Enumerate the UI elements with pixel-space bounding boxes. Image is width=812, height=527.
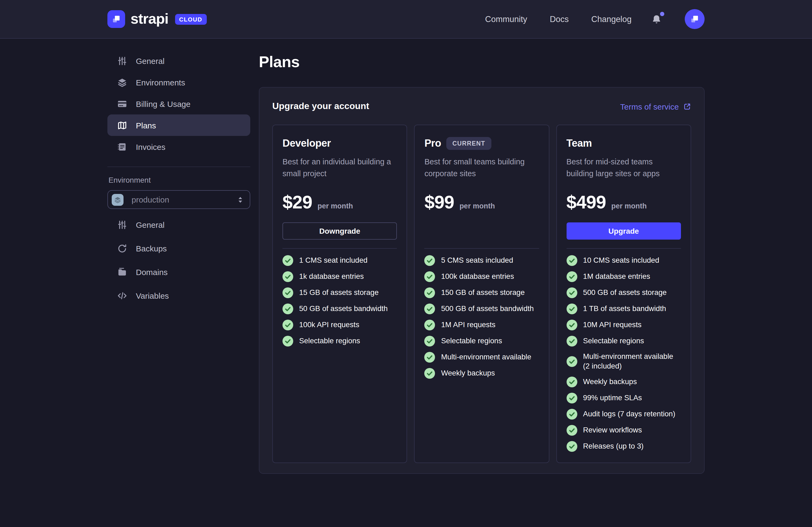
environment-nav: General Backups Domains Variables [107,214,250,306]
feature-item: 1 TB of assets bandwidth [566,303,681,314]
check-icon [566,409,577,419]
strapi-cloud-logo[interactable]: strapi CLOUD [107,10,206,28]
check-icon [566,425,577,436]
strapi-avatar-icon [689,13,700,25]
layers-icon [117,77,127,87]
plan-divider [424,248,539,249]
sidebar-item-invoices[interactable]: Invoices [107,136,250,157]
page-title: Plans [259,53,705,71]
check-icon [424,352,435,362]
chevron-updown-icon [237,195,243,204]
plan-name: Developer [282,137,331,149]
environment-label: Environment [108,176,250,184]
nav-changelog[interactable]: Changelog [591,14,632,24]
sidebar-item-variables[interactable]: Variables [107,285,250,306]
environment-select[interactable]: production [107,190,250,209]
layers-icon [112,194,124,205]
feature-list: 1 CMS seat included 1k database entries … [282,255,397,346]
feature-item: 100k database entries [424,271,539,282]
feature-item: Weekly backups [566,376,681,387]
feature-item: 100k API requests [282,319,397,330]
plan-period: per month [317,202,353,210]
check-icon [424,255,435,266]
credit-card-icon [117,99,127,109]
feature-item: 1M database entries [566,271,681,282]
notification-dot [660,12,664,16]
plan-card-team: Team Best for mid-sized teams building l… [556,125,691,463]
check-icon [566,376,577,387]
feature-item: 1M API requests [424,319,539,330]
plan-period: per month [611,202,647,210]
sidebar-item-backups[interactable]: Backups [107,238,250,259]
plan-price: $29 [282,192,312,213]
feature-item: 50 GB of assets bandwidth [282,303,397,314]
sidebar-item-plans[interactable]: Plans [107,114,250,136]
logo-text: strapi [130,11,168,27]
feature-list: 5 CMS seats included 100k database entri… [424,255,539,379]
environment-select-value: production [132,195,237,204]
feature-item: Audit logs (7 days retention) [566,409,681,419]
check-icon [566,303,577,314]
folder-icon [117,267,127,277]
check-icon [282,303,293,314]
plan-divider [282,248,397,249]
plan-card-developer: Developer Best for an individual buildin… [272,125,407,463]
feature-item: 150 GB of assets storage [424,287,539,298]
feature-item: 10 CMS seats included [566,255,681,266]
notifications-button[interactable] [651,13,662,25]
check-icon [282,336,293,346]
plan-description: Best for mid-sized teams building large … [566,156,681,180]
feature-item: 99% uptime SLAs [566,393,681,403]
feature-item: 500 GB of assets bandwidth [424,303,539,314]
feature-item: 15 GB of assets storage [282,287,397,298]
invoice-icon [117,142,127,152]
sliders-icon [117,56,127,66]
check-icon [566,336,577,346]
plan-name: Team [566,137,592,149]
feature-item: Multi-environment available (2 included) [566,352,681,371]
feature-item: Multi-environment available [424,352,539,362]
sliders-icon [117,219,127,230]
plans-grid: Developer Best for an individual buildin… [272,125,691,463]
code-icon [117,290,127,301]
nav-community[interactable]: Community [485,14,527,24]
sidebar-item-domains[interactable]: Domains [107,261,250,283]
card-title: Upgrade your account [272,101,369,112]
sidebar-item-environments[interactable]: Environments [107,71,250,93]
check-icon [424,271,435,282]
plan-divider [566,248,681,249]
avatar[interactable] [685,9,705,29]
check-icon [424,336,435,346]
feature-item: Selectable regions [282,336,397,346]
action-placeholder [424,223,539,240]
check-icon [282,319,293,330]
nav-docs[interactable]: Docs [550,14,569,24]
sidebar-item-env-general[interactable]: General [107,214,250,235]
feature-list: 10 CMS seats included 1M database entrie… [566,255,681,452]
plan-price: $499 [566,192,606,213]
plan-price: $99 [424,192,454,213]
downgrade-button[interactable]: Downgrade [282,223,397,240]
plan-price-row: $99 per month [424,192,539,213]
book-icon [117,120,127,130]
external-link-icon [683,102,691,110]
app-root: strapi CLOUD Community Docs Changelog [0,0,812,527]
check-icon [424,319,435,330]
feature-item: Releases (up to 3) [566,441,681,452]
plan-period: per month [460,202,495,210]
feature-item: Selectable regions [424,336,539,346]
check-icon [566,319,577,330]
check-icon [424,287,435,298]
check-icon [566,356,577,367]
sidebar-item-billing-usage[interactable]: Billing & Usage [107,93,250,114]
plan-name: Pro [424,137,441,149]
sidebar-item-general[interactable]: General [107,50,250,71]
terms-of-service-link[interactable]: Terms of service [620,102,691,111]
sidebar-divider [107,167,250,167]
feature-item: Review workflows [566,425,681,436]
upgrade-account-card: Upgrade your account Terms of service De… [259,87,705,474]
top-header: strapi CLOUD Community Docs Changelog [0,0,812,39]
upgrade-button[interactable]: Upgrade [566,223,681,240]
feature-item: 1k database entries [282,271,397,282]
sidebar: General Environments Billing & Usage Pla… [107,39,250,308]
